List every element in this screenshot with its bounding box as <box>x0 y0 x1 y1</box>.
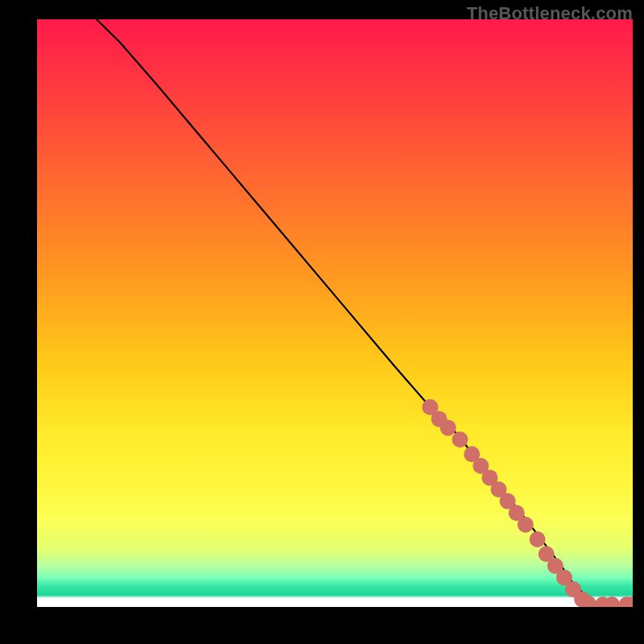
data-point <box>452 431 468 448</box>
chart-frame: TheBottleneck.com <box>0 0 644 644</box>
highlighted-dots <box>422 399 633 607</box>
curve-layer <box>37 19 633 607</box>
bottleneck-curve <box>97 19 633 607</box>
data-point <box>518 517 534 533</box>
watermark-text: TheBottleneck.com <box>467 3 633 24</box>
plot-area <box>37 19 633 607</box>
data-point <box>530 531 546 547</box>
data-point <box>440 419 456 436</box>
